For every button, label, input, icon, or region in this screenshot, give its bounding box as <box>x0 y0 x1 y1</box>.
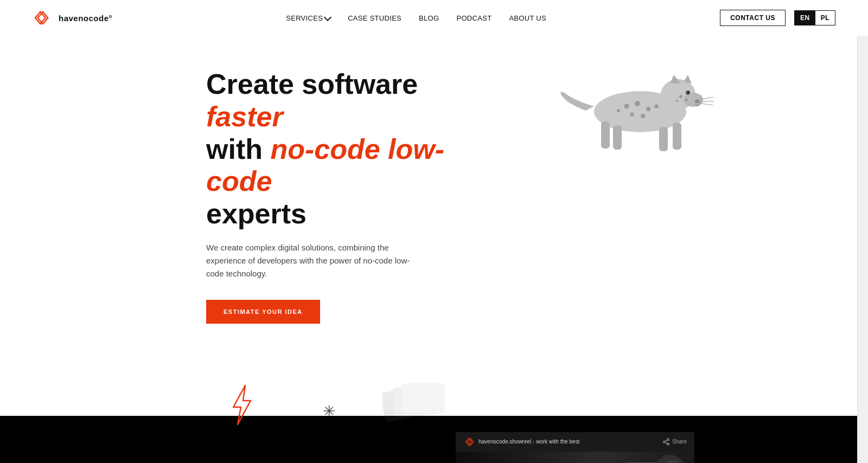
estimate-button[interactable]: ESTIMATE YOUR IDEA <box>206 300 320 324</box>
chevron-down-icon <box>324 13 331 21</box>
lang-pl-button[interactable]: PL <box>815 11 835 25</box>
nav-item-blog[interactable]: BLOG <box>419 13 439 23</box>
language-switcher: EN PL <box>794 10 835 25</box>
video-channel-name: havenocode.showreel - work with the best <box>478 439 579 445</box>
video-header: havenocode.showreel - work with the best… <box>456 432 694 452</box>
nav-item-about-us[interactable]: ABOUT US <box>509 13 546 23</box>
svg-line-36 <box>665 440 667 441</box>
transition-zone: ✳ <box>0 367 868 463</box>
logo[interactable]: havenocode° <box>33 10 112 25</box>
svg-point-34 <box>667 443 669 445</box>
svg-rect-29 <box>401 383 445 413</box>
video-thumbnail[interactable]: Work with the best — havenocode <box>456 452 694 463</box>
lightning-icon <box>228 383 255 429</box>
logo-text: havenocode° <box>59 14 112 23</box>
svg-point-19 <box>688 92 690 93</box>
hero-italic-nocode: no-code low-code <box>206 133 444 197</box>
nav-item-services[interactable]: SERVICES <box>286 14 330 22</box>
svg-point-11 <box>635 101 640 106</box>
nav-link-podcast[interactable]: PODCAST <box>456 14 492 22</box>
cheetah-image <box>553 52 727 171</box>
share-label: Share <box>672 439 687 445</box>
contact-button[interactable]: CONTACT US <box>720 10 786 26</box>
lang-en-button[interactable]: EN <box>795 11 815 25</box>
hero-subtitle: We create complex digital solutions, com… <box>206 241 423 280</box>
svg-marker-4 <box>670 75 681 83</box>
svg-point-15 <box>630 113 634 117</box>
hero-content: Create software faster with no-code low-… <box>206 68 467 324</box>
hero-italic-faster: faster <box>206 101 283 132</box>
svg-line-35 <box>665 442 667 443</box>
svg-rect-7 <box>659 127 668 151</box>
svg-marker-31 <box>468 439 474 446</box>
svg-rect-8 <box>673 123 681 150</box>
nav-link-about-us[interactable]: ABOUT US <box>509 14 546 22</box>
nav-item-case-studies[interactable]: CASE STUDIES <box>348 13 401 23</box>
share-area[interactable]: Share <box>662 438 687 446</box>
svg-point-32 <box>667 439 669 441</box>
svg-point-26 <box>676 100 678 102</box>
nav-link-services[interactable]: SERVICES <box>286 14 330 22</box>
svg-point-24 <box>679 95 682 98</box>
hero-section: Create software faster with no-code low-… <box>0 36 868 367</box>
logo-icon <box>33 10 53 25</box>
svg-point-12 <box>646 107 650 111</box>
video-logo-icon <box>463 438 475 446</box>
nav-item-podcast[interactable]: PODCAST <box>456 13 492 23</box>
svg-point-13 <box>624 104 629 109</box>
video-header-left: havenocode.showreel - work with the best <box>463 438 579 446</box>
share-icon <box>662 438 670 446</box>
svg-point-25 <box>685 99 688 101</box>
video-panel: havenocode.showreel - work with the best… <box>456 432 694 463</box>
svg-point-17 <box>617 109 620 112</box>
nav-links: SERVICES CASE STUDIES BLOG PODCAST ABOUT… <box>286 13 546 23</box>
nav-link-case-studies[interactable]: CASE STUDIES <box>348 14 401 22</box>
player-silhouette: 89 <box>591 452 694 463</box>
svg-rect-10 <box>601 121 610 149</box>
svg-point-14 <box>641 114 645 118</box>
navbar: havenocode° SERVICES CASE STUDIES BLOG P… <box>0 0 868 36</box>
svg-marker-30 <box>466 439 472 446</box>
cheetah-svg <box>553 52 727 160</box>
svg-point-33 <box>663 441 666 443</box>
svg-point-16 <box>655 105 659 108</box>
hero-title-line3: experts <box>206 198 307 229</box>
nav-right: CONTACT US EN PL <box>720 10 835 26</box>
svg-rect-9 <box>613 125 622 150</box>
faded-cards <box>382 383 458 440</box>
hero-title: Create software faster with no-code low-… <box>206 68 467 230</box>
scrollbar-area[interactable] <box>857 0 868 463</box>
asterisk-decoration: ✳ <box>323 402 335 420</box>
hero-title-line1: Create software faster <box>206 68 418 132</box>
hero-title-line2: with no-code low-code <box>206 133 444 197</box>
nav-link-blog[interactable]: BLOG <box>419 14 439 22</box>
